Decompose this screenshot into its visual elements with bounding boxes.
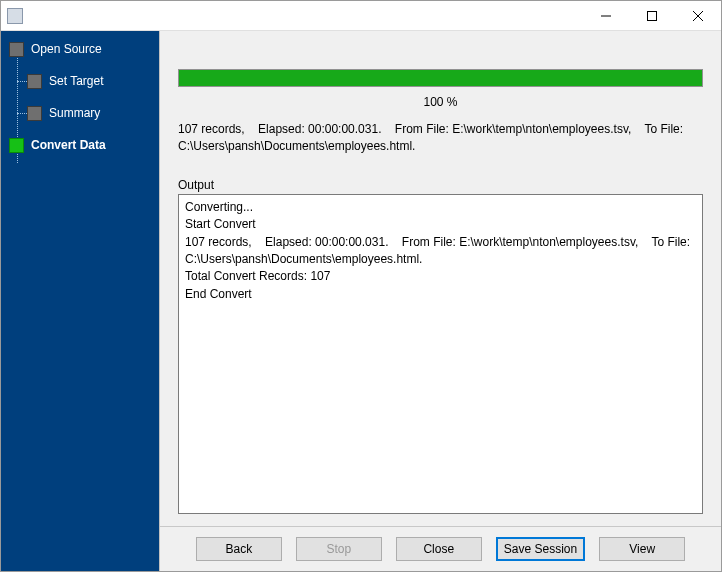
app-window: Open Source Set Target Summary Convert D… xyxy=(0,0,722,572)
maximize-icon xyxy=(647,11,657,21)
titlebar-left xyxy=(1,8,29,24)
step-box-icon xyxy=(27,106,42,121)
main-content: 100 % 107 records, Elapsed: 00:00:00.031… xyxy=(160,31,721,526)
back-button[interactable]: Back xyxy=(196,537,282,561)
close-icon xyxy=(693,11,703,21)
maximize-button[interactable] xyxy=(629,1,675,30)
step-label: Summary xyxy=(49,106,100,120)
output-textarea[interactable]: Converting... Start Convert 107 records,… xyxy=(178,194,703,514)
minimize-button[interactable] xyxy=(583,1,629,30)
view-button[interactable]: View xyxy=(599,537,685,561)
step-open-source[interactable]: Open Source xyxy=(1,37,159,61)
step-label: Convert Data xyxy=(31,138,106,152)
step-box-icon xyxy=(27,74,42,89)
conversion-summary: 107 records, Elapsed: 00:00:00.031. From… xyxy=(178,121,703,156)
step-box-icon xyxy=(9,42,24,57)
minimize-icon xyxy=(601,11,611,21)
svg-rect-1 xyxy=(648,11,657,20)
progress-percent-label: 100 % xyxy=(178,91,703,121)
step-summary[interactable]: Summary xyxy=(1,101,159,125)
wizard-steps: Open Source Set Target Summary Convert D… xyxy=(1,37,159,157)
step-set-target[interactable]: Set Target xyxy=(1,69,159,93)
app-icon xyxy=(7,8,23,24)
progress-container xyxy=(178,69,703,87)
close-window-button[interactable] xyxy=(675,1,721,30)
close-button[interactable]: Close xyxy=(396,537,482,561)
step-box-icon xyxy=(9,138,24,153)
save-session-button[interactable]: Save Session xyxy=(496,537,585,561)
step-label: Open Source xyxy=(31,42,102,56)
progress-fill xyxy=(179,70,702,86)
progress-bar xyxy=(178,69,703,87)
step-convert-data[interactable]: Convert Data xyxy=(1,133,159,157)
step-label: Set Target xyxy=(49,74,103,88)
main-panel: 100 % 107 records, Elapsed: 00:00:00.031… xyxy=(159,31,721,571)
body: Open Source Set Target Summary Convert D… xyxy=(1,31,721,571)
sidebar: Open Source Set Target Summary Convert D… xyxy=(1,31,159,571)
button-bar: Back Stop Close Save Session View xyxy=(160,526,721,571)
titlebar xyxy=(1,1,721,31)
window-controls xyxy=(583,1,721,30)
stop-button: Stop xyxy=(296,537,382,561)
output-label: Output xyxy=(178,178,703,192)
